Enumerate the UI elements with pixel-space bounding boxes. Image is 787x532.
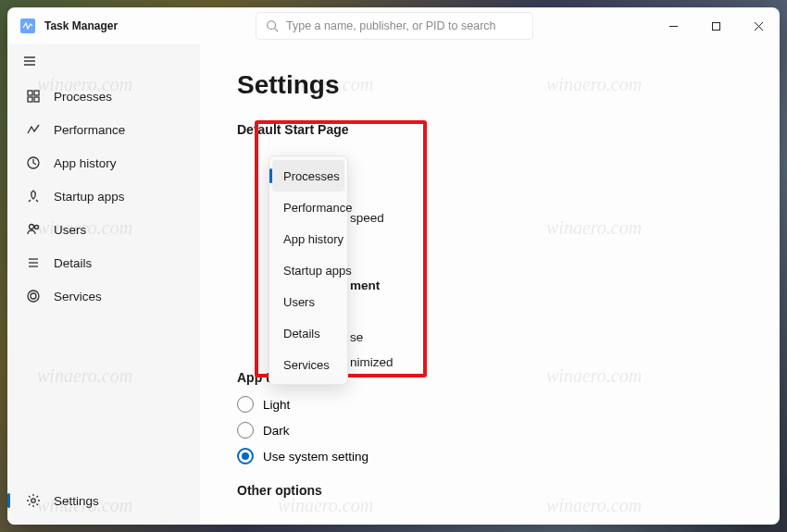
sidebar-item-startup-apps[interactable]: Startup apps <box>11 179 196 213</box>
sidebar-spacer <box>7 313 200 484</box>
sidebar-item-details[interactable]: Details <box>11 246 196 279</box>
section-update-speed-peek: speed <box>350 211 384 225</box>
performance-icon <box>26 122 41 137</box>
dropdown-item-label: Performance <box>283 201 352 215</box>
option-hide-peek: se <box>350 330 363 344</box>
radio-label: Light <box>263 398 290 412</box>
section-default-start-page: Default Start Page <box>237 122 743 137</box>
minimize-button[interactable] <box>652 7 694 44</box>
sidebar-item-settings[interactable]: Settings <box>11 484 196 517</box>
sidebar-item-services[interactable]: Services <box>11 279 196 313</box>
window-body: Processes Performance App history Startu… <box>7 44 780 525</box>
sidebar-item-performance[interactable]: Performance <box>11 113 196 146</box>
option-minimized-peek: nimized <box>350 355 394 369</box>
search-wrap: Type a name, publisher, or PID to search <box>248 12 652 40</box>
svg-rect-11 <box>28 97 32 102</box>
page-title: Settings <box>237 70 743 100</box>
svg-point-22 <box>28 291 39 302</box>
dropdown-item-performance[interactable]: Performance <box>272 192 344 223</box>
svg-rect-9 <box>28 91 32 95</box>
grid-icon <box>26 89 41 104</box>
titlebar-left: Task Manager <box>7 19 248 33</box>
dropdown-item-details[interactable]: Details <box>272 317 344 349</box>
theme-option-light[interactable]: Light <box>237 396 743 413</box>
radio-label: Dark <box>263 424 290 438</box>
dropdown-item-label: Startup apps <box>283 264 352 278</box>
window-title: Task Manager <box>44 19 118 32</box>
startup-icon <box>26 189 41 204</box>
sidebar-item-label: Settings <box>54 494 99 508</box>
svg-point-21 <box>31 293 36 299</box>
default-start-page-dropdown[interactable]: Processes Performance App history Startu… <box>269 155 348 385</box>
dropdown-item-users[interactable]: Users <box>272 286 344 317</box>
dropdown-item-processes[interactable]: Processes <box>272 160 344 192</box>
dropdown-item-label: Users <box>283 295 315 309</box>
svg-line-14 <box>29 200 31 202</box>
search-icon <box>266 19 279 32</box>
dropdown-item-label: Details <box>283 327 320 340</box>
section-window-management-peek: ment <box>350 278 380 292</box>
dropdown-item-services[interactable]: Services <box>272 349 344 380</box>
task-manager-window: Task Manager Type a name, publisher, or … <box>7 7 780 525</box>
sidebar-item-app-history[interactable]: App history <box>11 146 196 179</box>
sidebar-item-label: Startup apps <box>54 190 125 204</box>
svg-line-1 <box>275 29 279 32</box>
history-icon <box>26 155 41 170</box>
sidebar-item-label: Details <box>54 256 92 270</box>
services-icon <box>26 289 41 303</box>
gear-icon <box>26 493 41 508</box>
dropdown-item-app-history[interactable]: App history <box>272 223 344 254</box>
radio-icon <box>237 396 254 413</box>
list-icon <box>26 255 41 270</box>
sidebar-item-label: Users <box>54 223 86 237</box>
section-other-options: Other options <box>237 483 743 498</box>
dropdown-item-label: App history <box>283 232 344 246</box>
search-input[interactable]: Type a name, publisher, or PID to search <box>256 12 533 40</box>
hamburger-button[interactable] <box>7 44 200 78</box>
sidebar-item-label: App history <box>54 156 117 170</box>
titlebar: Task Manager Type a name, publisher, or … <box>7 7 780 44</box>
dropdown-item-label: Services <box>283 358 330 372</box>
svg-rect-12 <box>34 97 39 102</box>
svg-point-0 <box>268 21 276 30</box>
svg-point-17 <box>35 226 39 229</box>
svg-rect-10 <box>34 91 39 95</box>
sidebar-item-processes[interactable]: Processes <box>11 80 196 113</box>
theme-option-dark[interactable]: Dark <box>237 422 743 439</box>
radio-label: Use system setting <box>263 450 369 464</box>
theme-option-system[interactable]: Use system setting <box>237 448 743 464</box>
dropdown-item-startup-apps[interactable]: Startup apps <box>272 254 344 286</box>
svg-rect-3 <box>712 22 719 30</box>
svg-point-16 <box>30 225 34 229</box>
nav: Processes Performance App history Startu… <box>7 78 200 313</box>
dropdown-item-label: Processes <box>283 169 340 183</box>
svg-line-15 <box>36 200 38 202</box>
search-placeholder: Type a name, publisher, or PID to search <box>286 19 496 32</box>
sidebar-item-users[interactable]: Users <box>11 213 196 246</box>
close-button[interactable] <box>737 7 780 44</box>
maximize-button[interactable] <box>694 7 737 44</box>
app-icon <box>20 19 35 33</box>
sidebar-item-label: Services <box>54 290 102 303</box>
sidebar-item-label: Performance <box>54 123 125 137</box>
users-icon <box>26 222 41 237</box>
window-controls <box>652 7 780 44</box>
radio-icon <box>237 448 254 464</box>
radio-icon <box>237 422 254 439</box>
svg-point-23 <box>31 499 35 502</box>
sidebar-item-label: Processes <box>54 90 112 104</box>
sidebar: Processes Performance App history Startu… <box>7 44 200 525</box>
